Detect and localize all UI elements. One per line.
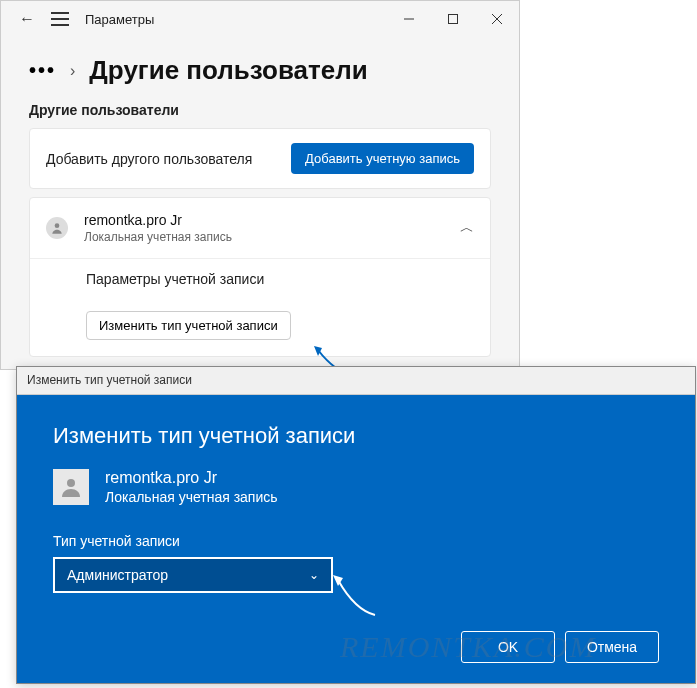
add-user-text: Добавить другого пользователя bbox=[46, 151, 252, 167]
avatar-icon bbox=[46, 217, 68, 239]
hamburger-icon[interactable] bbox=[51, 12, 69, 26]
breadcrumb: ••• › Другие пользователи bbox=[1, 37, 519, 96]
dialog-titlebar: Изменить тип учетной записи bbox=[17, 367, 695, 395]
select-value: Администратор bbox=[67, 567, 168, 583]
account-type-select[interactable]: Администратор ⌄ bbox=[53, 557, 333, 593]
change-type-dialog: Изменить тип учетной записи Изменить тип… bbox=[16, 366, 696, 684]
back-arrow-icon[interactable]: ← bbox=[19, 10, 35, 28]
account-params-label: Параметры учетной записи bbox=[30, 258, 490, 299]
account-type-label: Тип учетной записи bbox=[53, 533, 659, 549]
chevron-up-icon: ︿ bbox=[460, 219, 474, 237]
user-row[interactable]: remontka.pro Jr Локальная учетная запись… bbox=[30, 198, 490, 258]
settings-window: ← Параметры ••• › Другие пользователи Др… bbox=[0, 0, 520, 370]
svg-point-4 bbox=[55, 223, 60, 228]
maximize-button[interactable] bbox=[431, 1, 475, 37]
change-account-type-button[interactable]: Изменить тип учетной записи bbox=[86, 311, 291, 340]
chevron-right-icon: › bbox=[70, 62, 75, 80]
cancel-button[interactable]: Отмена bbox=[565, 631, 659, 663]
section-label: Другие пользователи bbox=[1, 96, 519, 128]
breadcrumb-dots-icon[interactable]: ••• bbox=[29, 59, 56, 82]
dialog-user-name: remontka.pro Jr bbox=[105, 469, 278, 487]
dialog-heading: Изменить тип учетной записи bbox=[53, 423, 659, 449]
close-button[interactable] bbox=[475, 1, 519, 37]
ok-button[interactable]: OK bbox=[461, 631, 555, 663]
svg-point-6 bbox=[67, 479, 75, 487]
user-card: remontka.pro Jr Локальная учетная запись… bbox=[29, 197, 491, 357]
chevron-down-icon: ⌄ bbox=[309, 568, 319, 582]
dialog-user-subtitle: Локальная учетная запись bbox=[105, 489, 278, 505]
add-user-card: Добавить другого пользователя Добавить у… bbox=[29, 128, 491, 189]
page-title: Другие пользователи bbox=[89, 55, 367, 86]
titlebar: ← Параметры bbox=[1, 1, 519, 37]
add-account-button[interactable]: Добавить учетную запись bbox=[291, 143, 474, 174]
svg-rect-1 bbox=[449, 15, 458, 24]
user-subtitle: Локальная учетная запись bbox=[84, 230, 444, 244]
avatar-icon bbox=[53, 469, 89, 505]
dialog-user-block: remontka.pro Jr Локальная учетная запись bbox=[53, 469, 659, 505]
minimize-button[interactable] bbox=[387, 1, 431, 37]
user-name: remontka.pro Jr bbox=[84, 212, 444, 228]
window-title: Параметры bbox=[85, 12, 154, 27]
